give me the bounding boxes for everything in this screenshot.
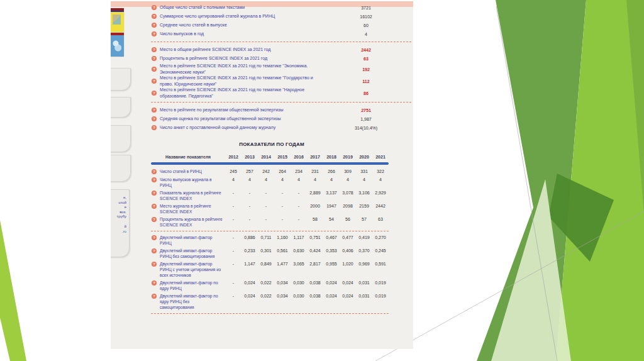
help-icon[interactable]: ?: [152, 125, 157, 130]
sidebar-panel-1[interactable]: [111, 68, 131, 91]
row-label: Двухлетний импакт-фактор по ядру РИНЦ: [160, 280, 225, 291]
help-icon[interactable]: ?: [152, 23, 157, 28]
table-row: ? Число статей в РИНЦ 245 257 242 264 23…: [151, 169, 389, 175]
cell-value: 0,424: [307, 248, 323, 254]
cell-value: -: [225, 216, 242, 223]
cell-value: 4: [291, 177, 307, 183]
cell-value: 63: [372, 216, 389, 223]
cell-value: 54: [323, 216, 340, 223]
cell-value: 0,019: [372, 293, 389, 299]
metric-row: ? Суммарное число цитирований статей жур…: [151, 12, 411, 21]
cell-value: -: [242, 216, 258, 223]
help-icon[interactable]: ?: [152, 177, 157, 182]
journal-cover-thumbnail-2[interactable]: [111, 33, 124, 57]
cell-value: -: [258, 216, 274, 223]
help-icon[interactable]: ?: [152, 5, 157, 10]
sidebar-panel-4[interactable]: [111, 155, 131, 182]
sidebar-panel-contacts[interactable]: н, отой е воз. трубу й .ru: [111, 189, 130, 257]
cell-value: 0,591: [372, 261, 389, 267]
rating-value: 86: [340, 91, 392, 95]
table-row: ? Число выпусков журнала в РИНЦ 4 4 4 4 …: [151, 177, 389, 188]
help-icon[interactable]: ?: [152, 79, 157, 84]
table-rows-counts: ? Число статей в РИНЦ 245 257 242 264 23…: [151, 169, 389, 228]
cell-value: 0,886: [242, 235, 258, 241]
journal-cover-thumbnail-1[interactable]: [111, 8, 124, 32]
cell-value: 0,955: [323, 261, 340, 267]
cell-value: 4: [307, 177, 323, 183]
rating-label: Место в рейтинге SCIENCE INDEX за 2021 г…: [160, 87, 322, 99]
cell-value: 0,370: [356, 248, 372, 254]
row-label: Число выпусков журнала в РИНЦ: [160, 177, 225, 188]
table-row: ? Показатель журнала в рейтинге SCIENCE …: [151, 190, 389, 201]
rating-row: ? Место в рейтинге SCIENCE INDEX за 2021…: [151, 87, 411, 99]
metric-row: ? Общее число статей с полными текстами …: [151, 3, 411, 12]
cell-value: 2159: [356, 203, 372, 209]
header-underline: [151, 162, 389, 165]
help-icon[interactable]: ?: [152, 47, 157, 52]
cell-value: 0,024: [323, 280, 340, 286]
cell-value: 0,019: [372, 280, 389, 286]
webpage-screenshot: н, отой е воз. трубу й .ru ? Общее число…: [111, 1, 413, 349]
rating-label: Место в рейтинге SCIENCE INDEX за 2021 г…: [160, 75, 322, 87]
expertise-value: 1,987: [340, 117, 392, 121]
cell-value: 0,031: [356, 293, 372, 299]
cell-value: 0,038: [307, 280, 323, 286]
cell-value: 2,929: [372, 190, 389, 196]
cell-value: -: [258, 190, 274, 196]
table-rows-impact-factors: ? Двухлетний импакт-фактор РИНЦ - 0,886 …: [151, 235, 389, 310]
help-icon[interactable]: ?: [152, 294, 157, 299]
cell-value: 0,024: [242, 293, 258, 299]
cell-value: -: [291, 203, 307, 209]
expertise-value: 2751: [340, 108, 392, 113]
help-icon[interactable]: ?: [152, 108, 157, 113]
cell-value: 3,106: [356, 190, 372, 196]
help-icon[interactable]: ?: [152, 67, 157, 72]
cell-value: 0,711: [258, 235, 274, 241]
metric-label: Суммарное число цитирований статей журна…: [160, 13, 275, 19]
dashed-separator: [151, 102, 411, 103]
metric-value: 3721: [340, 6, 392, 10]
sidebar-text-fragment: .ru: [111, 230, 126, 235]
table-header-row: Название показателя 2012 2013 2014 2015 …: [151, 153, 389, 160]
row-label: Двухлетний импакт-фактор РИНЦ: [160, 235, 225, 246]
help-icon[interactable]: ?: [152, 116, 157, 121]
year-column-header: 2018: [323, 155, 340, 159]
cell-value: -: [225, 293, 242, 299]
help-icon[interactable]: ?: [152, 262, 157, 267]
cell-value: 242: [258, 169, 274, 175]
rating-value: 192: [340, 67, 392, 71]
dashed-separator: [151, 42, 411, 42]
help-icon[interactable]: ?: [152, 204, 157, 209]
sidebar-panel-3[interactable]: [111, 125, 131, 152]
cell-value: -: [225, 248, 242, 254]
help-icon[interactable]: ?: [152, 56, 157, 61]
cell-value: 0,630: [291, 248, 307, 254]
cell-value: -: [225, 280, 242, 286]
rating-row: ? Место в общем рейтинге SCIENCE INDEX з…: [151, 45, 411, 54]
cell-value: 1,477: [274, 261, 291, 267]
help-icon[interactable]: ?: [152, 217, 157, 222]
help-icon[interactable]: ?: [152, 91, 157, 96]
help-icon[interactable]: ?: [152, 248, 157, 253]
cell-value: 1,117: [291, 235, 307, 241]
row-label: Двухлетний импакт-фактор РИНЦ без самоци…: [160, 248, 225, 259]
cell-value: 0,245: [372, 248, 389, 254]
sidebar-text-fragment: отой: [111, 201, 126, 206]
help-icon[interactable]: ?: [152, 31, 157, 36]
sidebar-text-fragment: [111, 219, 126, 225]
cell-value: 0,022: [258, 293, 274, 299]
help-icon[interactable]: ?: [152, 169, 157, 174]
cell-value: 0,561: [274, 248, 291, 254]
cell-value: 0,751: [307, 235, 323, 241]
year-column-header: 2015: [274, 155, 291, 159]
help-icon[interactable]: ?: [152, 14, 157, 19]
cell-value: 2,889: [307, 190, 323, 196]
help-icon[interactable]: ?: [152, 235, 157, 240]
table-row: ? Двухлетний импакт-фактор по ядру РИНЦ …: [151, 280, 389, 291]
sidebar-panel-2[interactable]: [111, 97, 131, 118]
table-header-label: Название показателя: [151, 155, 225, 159]
cell-value: 4: [225, 177, 242, 183]
help-icon[interactable]: ?: [152, 280, 157, 286]
cell-value: 0,353: [323, 248, 340, 254]
help-icon[interactable]: ?: [152, 191, 157, 196]
